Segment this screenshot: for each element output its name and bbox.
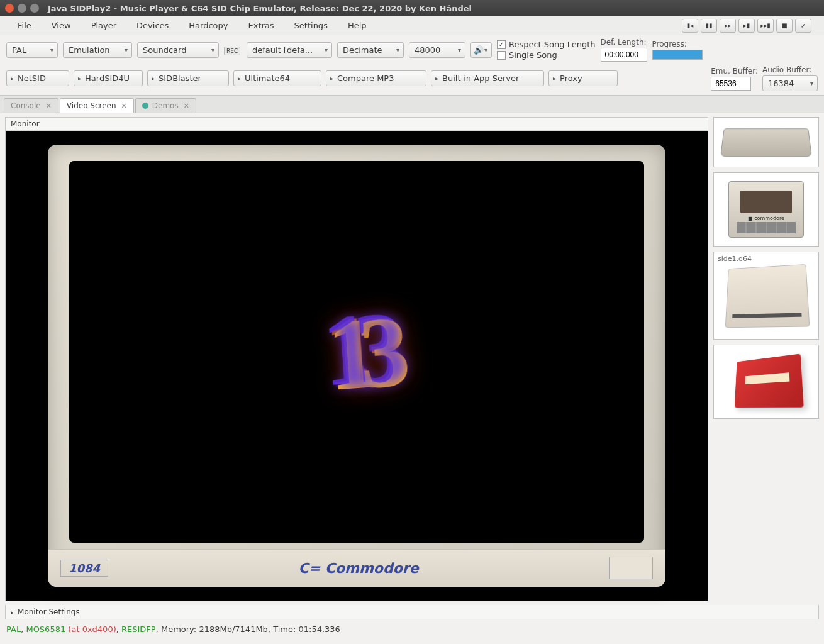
tab-console[interactable]: Console✕ <box>4 98 58 113</box>
menu-view[interactable]: View <box>42 17 81 34</box>
resample-combo[interactable]: Decimate <box>337 42 404 58</box>
emu-buffer-label: Emu. Buffer: <box>711 67 758 75</box>
status-video-standard: PAL <box>6 625 21 634</box>
compare-mp3-button[interactable]: Compare MP3 <box>326 70 426 86</box>
status-sid-address: (at 0xd400) <box>68 625 116 634</box>
proxy-button[interactable]: Proxy <box>548 70 618 86</box>
fast-forward-button[interactable]: ▸▸ <box>720 19 736 33</box>
sample-rate-combo[interactable]: 48000 <box>409 42 465 58</box>
status-time-label: Time: <box>273 625 296 634</box>
disk-filename: side1.d64 <box>718 255 752 263</box>
close-icon[interactable]: ✕ <box>46 102 52 110</box>
monitor-model: 1084 <box>60 560 108 577</box>
respect-song-length-label: Respect Song Length <box>509 40 596 49</box>
status-memory-value: 2188Mb/7141Mb <box>199 625 267 634</box>
single-song-checkbox[interactable] <box>497 51 506 60</box>
monitor-settings-label: Monitor Settings <box>18 608 80 616</box>
next-subtune-button[interactable]: ▸▮ <box>738 19 755 33</box>
audio-buffer-label: Audio Buffer: <box>762 65 818 74</box>
speaker-icon: 🔊 <box>474 45 484 55</box>
menu-player[interactable]: Player <box>81 17 126 34</box>
menu-hardcopy[interactable]: Hardcopy <box>179 17 238 34</box>
disk-drive-icon <box>725 264 810 328</box>
monitor-power-panel <box>609 557 653 579</box>
menu-file[interactable]: File <box>8 17 42 34</box>
close-icon[interactable]: ✕ <box>121 102 127 110</box>
tab-bar: Console✕ Video Screen✕ Demos✕ <box>0 95 824 113</box>
audio-buffer-combo[interactable]: 16384 <box>762 75 818 91</box>
window-titlebar: Java SIDPlay2 - Music Player & C64 SID C… <box>0 0 824 16</box>
expand-button[interactable]: ⤢ <box>795 19 811 33</box>
hardsid-button[interactable]: HardSID4U <box>74 70 143 86</box>
netsid-button[interactable]: NetSID <box>6 70 69 86</box>
monitor-brand: C= Commodore <box>108 560 609 576</box>
datasette-icon: ■ commodore <box>728 181 804 238</box>
audio-device-combo[interactable]: default [defa... <box>247 42 332 58</box>
window-title: Java SIDPlay2 - Music Player & C64 SID C… <box>48 4 472 13</box>
monitor-label: Monitor <box>6 118 708 131</box>
progress-bar <box>652 50 703 60</box>
menu-devices[interactable]: Devices <box>126 17 179 34</box>
close-icon[interactable]: ✕ <box>184 102 189 110</box>
window-minimize-button[interactable] <box>18 4 26 13</box>
crt-screen: 13 <box>69 161 644 542</box>
app-server-button[interactable]: Built-in App Server <box>431 70 544 86</box>
status-engine: RESIDFP <box>121 625 156 634</box>
window-maximize-button[interactable] <box>30 4 39 13</box>
video-standard-combo[interactable]: PAL <box>6 42 58 58</box>
menubar: File View Player Devices Hardcopy Extras… <box>0 16 824 35</box>
speaker-button[interactable]: 🔊 <box>470 42 492 58</box>
c64-keyboard-icon <box>720 128 812 157</box>
next-track-button[interactable]: ▸▸▮ <box>757 19 774 33</box>
crt-monitor: 13 1084 C= Commodore <box>48 145 665 586</box>
demo-graphics: 13 <box>321 292 393 413</box>
media-controls: ▮◂ ▮▮ ▸▸ ▸▮ ▸▸▮ ■ ⤢ <box>682 19 816 33</box>
chevron-right-icon: ▸ <box>11 609 14 616</box>
keyboard-device[interactable] <box>713 117 819 167</box>
status-bar: PAL, MOS6581 (at 0xd400), RESIDFP, Memor… <box>0 619 824 639</box>
status-time-value: 01:54.336 <box>298 625 340 634</box>
menu-settings[interactable]: Settings <box>284 17 338 34</box>
tab-demos[interactable]: Demos✕ <box>135 98 196 113</box>
respect-song-length-checkbox[interactable]: ✓ <box>497 40 506 49</box>
disk-drive-device[interactable]: side1.d64 <box>713 252 819 340</box>
cartridge-device[interactable] <box>713 345 819 419</box>
monitor-panel: Monitor 13 1084 C= Commodore <box>5 117 708 601</box>
content-area: Monitor 13 1084 C= Commodore ■ commodore <box>0 113 824 605</box>
tab-video-screen[interactable]: Video Screen✕ <box>60 98 134 113</box>
monitor-settings-expander[interactable]: ▸ Monitor Settings <box>5 605 819 619</box>
progress-label: Progress: <box>652 40 703 48</box>
menu-extras[interactable]: Extras <box>238 17 284 34</box>
output-combo[interactable]: Soundcard <box>137 42 219 58</box>
window-close-button[interactable] <box>5 4 14 13</box>
menu-help[interactable]: Help <box>338 17 377 34</box>
single-song-label: Single Song <box>509 50 557 60</box>
prev-track-button[interactable]: ▮◂ <box>682 19 698 33</box>
toolbar-bottom: NetSID HardSID4U SIDBlaster Ultimate64 C… <box>0 64 824 95</box>
engine-combo[interactable]: Emulation <box>63 42 132 58</box>
ultimate64-button[interactable]: Ultimate64 <box>233 70 321 86</box>
record-button[interactable]: REC <box>224 45 242 55</box>
default-length-label: Def. Length: <box>601 38 647 47</box>
default-length-input[interactable] <box>601 48 647 62</box>
monitor-display: 13 1084 C= Commodore <box>6 131 708 601</box>
device-sidebar: ■ commodore side1.d64 <box>713 117 819 601</box>
crt-base: 1084 C= Commodore <box>48 549 665 587</box>
demos-icon <box>142 103 148 109</box>
status-sid-chip: MOS6581 <box>26 625 65 634</box>
status-memory-label: Memory: <box>161 625 196 634</box>
cartridge-icon <box>735 353 804 407</box>
emu-buffer-input[interactable] <box>711 77 751 91</box>
datasette-device[interactable]: ■ commodore <box>713 172 819 247</box>
toolbar-top: PAL Emulation Soundcard REC default [def… <box>0 35 824 64</box>
sidblaster-button[interactable]: SIDBlaster <box>147 70 229 86</box>
pause-button[interactable]: ▮▮ <box>701 19 717 33</box>
stop-button[interactable]: ■ <box>776 19 793 33</box>
